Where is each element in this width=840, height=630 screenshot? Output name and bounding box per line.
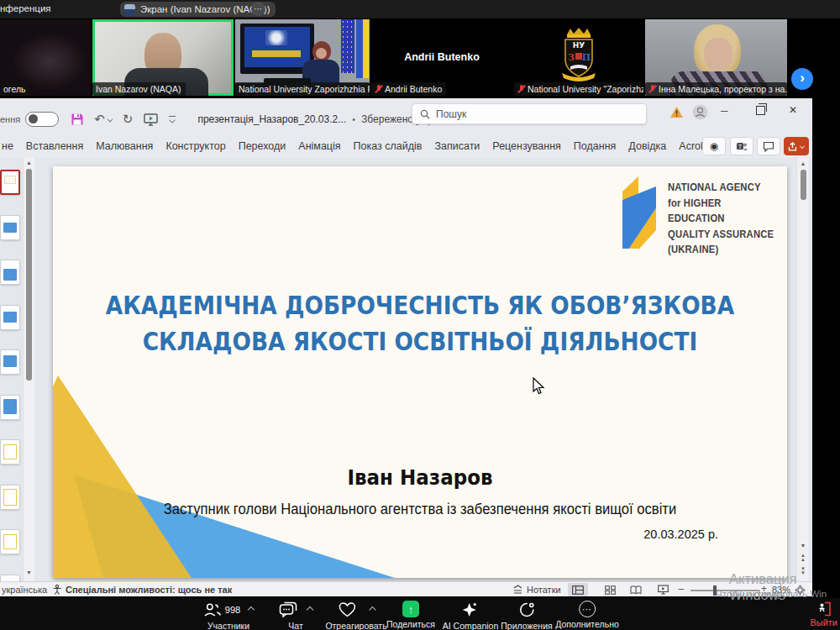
tab-record[interactable]: Записати — [434, 140, 480, 152]
scroll-down-icon[interactable]: ▼ — [24, 570, 34, 575]
record-button[interactable]: ◉ — [702, 137, 726, 155]
tab-home[interactable]: не — [2, 140, 13, 152]
apps-button[interactable]: Приложения — [501, 601, 552, 630]
share-screen-icon: ↑ — [402, 601, 419, 617]
minimize-button[interactable]: ─ — [721, 105, 728, 117]
slideshow-icon — [658, 585, 669, 595]
exit-meeting-button[interactable]: Выйти — [810, 601, 837, 627]
react-button[interactable]: Отреагировать — [325, 601, 386, 630]
slide-title-line2[interactable]: СКЛАДОВА ЯКОСТІ ОСВІТНЬОЇ ДІЯЛЬНОСТІ — [97, 327, 743, 356]
notes-button[interactable]: Нотатки — [527, 585, 561, 595]
tab-animations[interactable]: Анімація — [298, 140, 340, 152]
slide-thumbnail[interactable] — [0, 529, 20, 554]
participants-menu-icon[interactable] — [248, 606, 255, 613]
mouse-cursor — [533, 377, 545, 396]
video-tile-andrii-butenko[interactable]: Andrii Butenko Andrii Butenko — [371, 19, 512, 96]
tab-slideshow[interactable]: Показ слайдів — [354, 140, 423, 152]
thumbnails-scrollbar[interactable]: ▲ ▼ — [23, 158, 34, 581]
slide-sorter-view-button[interactable] — [600, 583, 620, 596]
slide-thumbnail-selected[interactable] — [0, 170, 20, 195]
slide-thumbnail[interactable] — [0, 305, 20, 330]
search-icon — [420, 109, 430, 119]
more-icon: ⋯ — [579, 601, 596, 617]
slide-title-line1[interactable]: АКАДЕМІЧНА ДОБРОЧЕСНІСТЬ ЯК ОБОВ’ЯЗКОВА — [97, 291, 743, 320]
video-strip: огель Ivan Nazarov (NAQA) National Unive… — [0, 18, 840, 97]
scroll-down-icon[interactable]: ▼ — [797, 543, 809, 549]
video-tile-university-room[interactable]: National University Zaporizhzhia Po... — [235, 19, 370, 96]
title-separator: • — [352, 114, 355, 124]
slide-author[interactable]: Іван Назаров — [82, 465, 758, 490]
windows-activation-watermark-sub: Чтобы активировать Win — [716, 589, 827, 599]
autosave-toggle[interactable] — [25, 112, 59, 127]
undo-dropdown-icon[interactable] — [107, 117, 113, 123]
video-tile-inna-maletska[interactable]: Інна Малецька, проректор з на... — [645, 19, 787, 96]
tab-review[interactable]: Рецензування — [492, 140, 560, 152]
exit-icon — [816, 601, 832, 617]
window-title: нференция — [0, 3, 51, 13]
scrollbar-thumb[interactable] — [26, 169, 32, 381]
search-input[interactable]: Пошук — [412, 103, 647, 124]
slide-subtitle[interactable]: Заступник голови Національного агентства… — [71, 501, 769, 518]
reading-view-button[interactable] — [626, 583, 646, 596]
scroll-up-icon[interactable]: ▲ — [24, 160, 34, 165]
ai-companion-button[interactable]: AI Companion — [443, 601, 499, 630]
status-bar: українська Спеціальні можливості: щось н… — [0, 581, 812, 596]
tab-insert[interactable]: Вставлення — [26, 140, 83, 152]
slide-thumbnail[interactable] — [0, 260, 20, 285]
previous-slide-button[interactable]: ▲▲ — [797, 554, 809, 561]
chat-button[interactable]: Чат — [279, 601, 312, 630]
start-slideshow-icon[interactable] — [144, 113, 158, 126]
slide-thumbnail[interactable] — [0, 485, 20, 510]
muted-mic-icon — [648, 85, 656, 94]
ukraine-flag — [356, 19, 369, 78]
tab-more-icon[interactable]: ⋯ — [251, 2, 265, 16]
scrollbar-thumb[interactable] — [801, 170, 806, 200]
share-button[interactable] — [784, 137, 809, 155]
react-menu-icon[interactable] — [369, 606, 375, 613]
undo-icon[interactable]: ↶ — [94, 112, 105, 127]
tab-view[interactable]: Подання — [574, 140, 616, 152]
slide-canvas[interactable]: NATIONAL AGENCY for HIGHER EDUCATION QUA… — [53, 166, 787, 578]
account-icon[interactable] — [692, 104, 708, 120]
warning-icon[interactable] — [669, 106, 684, 118]
tab-design[interactable]: Конструктор — [165, 140, 225, 152]
heart-icon — [338, 601, 356, 618]
slide-thumbnail[interactable] — [0, 349, 20, 375]
participants-button[interactable]: 998 Участники — [203, 601, 254, 630]
language-indicator[interactable]: українська — [2, 585, 47, 595]
slide-scrollbar[interactable]: ▲ ▼ ▲▲ ▼▼ — [796, 158, 809, 581]
more-button[interactable]: ⋯ Дополнительно — [555, 601, 619, 629]
muted-mic-icon — [517, 85, 525, 94]
presenter-avatar — [124, 4, 135, 15]
participant-name-label: огель — [0, 82, 30, 96]
comments-button[interactable] — [757, 137, 780, 155]
slide-thumbnail[interactable] — [0, 439, 20, 465]
notes-icon — [512, 585, 523, 595]
chat-menu-icon[interactable] — [307, 606, 313, 613]
video-tile-university-crest[interactable]: НУ З П National University "Zaporizhzhi.… — [514, 19, 643, 96]
tab-transitions[interactable]: Переходи — [239, 140, 286, 152]
accessibility-status[interactable]: Спеціальні можливості: щось не так — [66, 585, 232, 595]
teams-button[interactable]: T — [730, 137, 753, 155]
zoom-out-button[interactable]: − — [678, 583, 685, 596]
slide-thumbnail[interactable] — [0, 575, 20, 581]
close-button[interactable]: ✕ — [789, 104, 797, 116]
share-screen-button[interactable]: ↑ Поделиться — [386, 601, 435, 629]
normal-view-button[interactable] — [568, 583, 588, 596]
slide-date[interactable]: 20.03.2025 р. — [643, 528, 718, 541]
video-tile-1[interactable]: огель — [0, 19, 91, 96]
next-participants-button[interactable]: › — [791, 68, 813, 90]
tab-help[interactable]: Довідка — [628, 140, 666, 152]
tab-draw[interactable]: Малювання — [96, 140, 153, 152]
scroll-up-icon[interactable]: ▲ — [797, 160, 809, 166]
slideshow-view-button[interactable] — [653, 583, 673, 596]
video-tile-ivan-nazarov[interactable]: Ivan Nazarov (NAQA) — [92, 19, 234, 96]
normal-view-icon — [572, 585, 584, 595]
slide-thumbnail[interactable] — [0, 215, 20, 240]
comment-icon — [763, 141, 774, 152]
redo-icon[interactable]: ↻ — [123, 112, 134, 127]
reading-view-icon — [630, 585, 642, 595]
slide-thumbnail[interactable] — [0, 395, 20, 420]
save-icon[interactable] — [71, 113, 84, 126]
customize-qat-icon[interactable] — [169, 116, 176, 123]
